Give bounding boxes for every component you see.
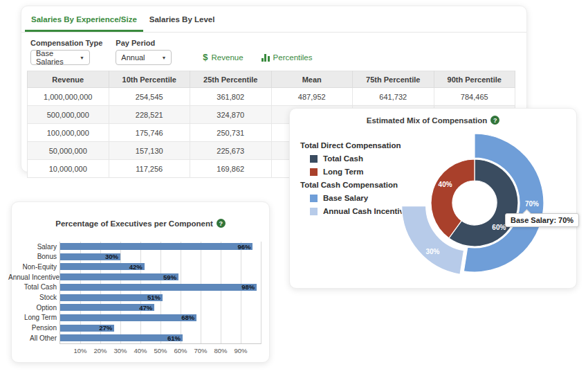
bar-annual-incentive[interactable]: 59%: [60, 273, 178, 280]
table-cell: 487,952: [271, 88, 353, 106]
x-tick-label: 20%: [93, 347, 107, 354]
tab-salaries-by-experience-size[interactable]: Salaries By Experience/Size: [25, 6, 143, 32]
x-tick-label: 50%: [154, 347, 167, 354]
donut-segment-value: 30%: [425, 248, 439, 255]
bar-salary[interactable]: 96%: [60, 243, 252, 250]
pay-period-field: Pay Period Annual ▼: [116, 39, 172, 65]
x-tick-label: 80%: [214, 347, 227, 354]
compensation-type-label: Compensation Type: [30, 39, 102, 47]
bar-value-label: 61%: [167, 334, 181, 342]
table-cell: 1,000,000,000: [28, 88, 109, 106]
gridline: [120, 242, 121, 343]
legend-swatch-icon: [310, 195, 318, 202]
legend-item-base-salary[interactable]: Base Salary: [300, 192, 408, 205]
tooltip-text: Base Salary: 70%: [511, 216, 573, 224]
chart-tooltip: Base Salary: 70%: [505, 213, 579, 227]
help-icon[interactable]: ?: [217, 219, 226, 228]
pay-period-select[interactable]: Annual ▼: [116, 50, 172, 65]
category-label-annual-incentive: Annual Incentive: [8, 273, 57, 282]
table-cell: 10,000,000: [28, 160, 109, 178]
x-tick-label: 60%: [174, 347, 187, 354]
compensation-mix-panel: Estimated Mix of Compensation ? Total Di…: [289, 108, 577, 289]
column-header-10th-percentile: 10th Percentile: [109, 71, 190, 88]
legend-label: Long Term: [323, 165, 364, 179]
table-cell: 175,746: [109, 124, 190, 142]
table-cell: 228,521: [109, 106, 190, 124]
compensation-type-select[interactable]: Base Salaries ▼: [30, 50, 90, 65]
category-label-stock: Stock: [8, 294, 57, 302]
table-cell: 500,000,000: [28, 106, 109, 124]
column-header-75th-percentile: 75th Percentile: [353, 71, 434, 88]
legend-group-total-cash-compensation: Total Cash Compensation: [300, 179, 408, 192]
bar-all-other[interactable]: 61%: [60, 334, 183, 341]
gridline: [140, 242, 141, 343]
gridline: [241, 242, 241, 343]
donut-chart: 60%40%70%30%: [395, 123, 554, 282]
table-cell: 225,673: [190, 142, 272, 160]
compensation-type-value: Base Salaries: [36, 49, 74, 66]
legend-swatch-icon: [310, 208, 318, 215]
chevron-down-icon: ▼: [161, 55, 166, 60]
category-label-non-equity: Non-Equity: [8, 263, 57, 271]
bar-value-label: 59%: [163, 273, 176, 281]
bar-non-equity[interactable]: 42%: [60, 263, 145, 270]
legend-label: Total Cash: [323, 152, 363, 165]
donut-segment-value: 70%: [525, 200, 539, 208]
revenue-toggle-label: Revenue: [212, 53, 244, 62]
percentiles-toggle[interactable]: Percentiles: [261, 53, 313, 62]
bar-value-label: 30%: [105, 253, 118, 260]
legend-item-total-cash[interactable]: Total Cash: [300, 152, 408, 165]
dollar-icon: $: [203, 53, 208, 62]
legend-swatch-icon: [310, 155, 318, 163]
x-tick-label: 40%: [134, 347, 147, 354]
tab-salaries-by-level[interactable]: Salaries By Level: [143, 6, 221, 32]
legend-item-long-term[interactable]: Long Term: [300, 165, 408, 179]
bar-chart-plot: 10%20%30%40%50%60%70%80%90%Salary96%Bonu…: [59, 242, 261, 344]
executives-component-panel: Percentage of Executives per Component ?…: [11, 201, 270, 363]
donut-legend: Total Direct CompensationTotal CashLong …: [300, 139, 408, 218]
table-cell: 50,000,000: [28, 142, 109, 160]
compensation-type-field: Compensation Type Base Salaries ▼: [30, 39, 102, 65]
table-cell: 117,256: [109, 160, 190, 178]
pay-period-value: Annual: [121, 53, 145, 62]
category-label-all-other: All Other: [8, 334, 57, 343]
legend-item-annual-cash-incentive[interactable]: Annual Cash Incentive: [300, 205, 408, 218]
gridline: [181, 242, 181, 343]
bar-value-label: 42%: [129, 263, 143, 271]
bar-value-label: 98%: [241, 283, 255, 291]
bar-chart-icon: [261, 54, 270, 62]
bar-long-term[interactable]: 68%: [60, 314, 196, 321]
bar-option[interactable]: 47%: [60, 304, 154, 311]
column-header-mean: Mean: [271, 71, 353, 88]
table-controls: Compensation Type Base Salaries ▼ Pay Pe…: [30, 39, 526, 65]
category-label-salary: Salary: [8, 243, 57, 251]
bar-total-cash[interactable]: 98%: [60, 284, 257, 291]
bar-pension[interactable]: 27%: [60, 325, 114, 332]
tab-bar: Salaries By Experience/Size Salaries By …: [21, 6, 526, 33]
percentiles-toggle-label: Percentiles: [273, 53, 313, 62]
bar-value-label: 96%: [237, 243, 250, 251]
bar-bonus[interactable]: 30%: [60, 253, 120, 260]
bar-value-label: 27%: [99, 324, 112, 332]
bar-stock[interactable]: 51%: [60, 294, 163, 301]
bar-value-label: 47%: [139, 304, 152, 312]
revenue-toggle[interactable]: $ Revenue: [203, 53, 243, 62]
table-cell: 361,802: [190, 88, 272, 106]
category-label-pension: Pension: [8, 324, 57, 332]
chevron-down-icon: ▼: [80, 55, 84, 60]
donut-segment-value: 40%: [439, 181, 452, 188]
category-label-total-cash: Total Cash: [8, 283, 57, 291]
x-tick-label: 10%: [73, 347, 86, 354]
column-header-revenue: Revenue: [28, 71, 109, 88]
pay-period-label: Pay Period: [116, 39, 172, 47]
table-cell: 100,000,000: [28, 124, 109, 142]
category-label-long-term: Long Term: [8, 314, 57, 322]
gridline: [221, 242, 221, 343]
x-tick-label: 90%: [234, 347, 247, 354]
table-cell: 324,870: [190, 106, 272, 124]
donut-segment-value: 60%: [492, 224, 506, 231]
gridline: [160, 242, 161, 343]
category-label-option: Option: [8, 304, 57, 312]
column-header-25th-percentile: 25th Percentile: [190, 71, 272, 88]
bar-chart-title: Percentage of Executives per Component ?: [12, 219, 269, 228]
